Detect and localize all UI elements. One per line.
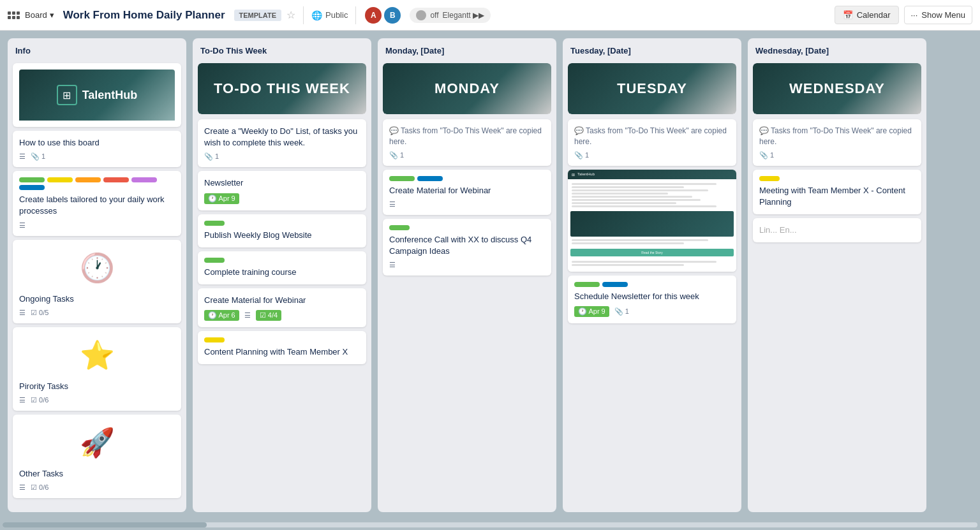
- text-line: [572, 193, 668, 195]
- avatar[interactable]: A: [364, 6, 383, 25]
- show-menu-button[interactable]: ··· Show Menu: [904, 6, 973, 24]
- lines-icon: ☰: [19, 483, 26, 492]
- card-title: Pirority Tasks: [19, 381, 175, 392]
- logo-banner: ⊞ TalentHub: [19, 70, 175, 121]
- card-title: Meeting with Team Member X - Content Pla…: [759, 185, 915, 208]
- card-newsletter[interactable]: Newsletter 🕐 Apr 9: [198, 171, 366, 210]
- card-create-webinar[interactable]: Create Material for Webinar 🕐 Apr 6 ☰ ☑ …: [198, 288, 366, 327]
- chat-icon: 💬: [389, 126, 399, 135]
- card-title: Create Material for Webinar: [389, 185, 545, 196]
- column-header-info: Info: [13, 43, 181, 59]
- label-group: [759, 176, 915, 181]
- card-newsletter-image[interactable]: ⊞ TalentHub Read t: [568, 170, 736, 272]
- lines-icon: ☰: [19, 309, 26, 317]
- talenthub-icon: ⊞: [572, 172, 575, 177]
- label-yellow: [204, 337, 225, 342]
- lines-icon: ☰: [19, 152, 26, 161]
- newsletter-footer-extra: [568, 258, 736, 269]
- card-weekly-list[interactable]: Create a "Weekly to Do" List, of tasks y…: [198, 119, 366, 167]
- star-icon[interactable]: ☆: [286, 9, 295, 21]
- label-group: [19, 177, 175, 190]
- calendar-button[interactable]: 📅 Calendar: [835, 6, 899, 24]
- card-content-planning[interactable]: Content Planning with Team Member X: [198, 331, 366, 364]
- column-header-wednesday: Wednesday, [Date]: [753, 43, 921, 59]
- board-view-icon[interactable]: [8, 11, 20, 19]
- label-green: [204, 258, 225, 263]
- card-tuesday-note[interactable]: 💬 Tasks from "To-Do This Week" are copie…: [568, 119, 736, 166]
- card-title: Content Planning with Team Member X: [204, 346, 360, 358]
- card-title: Create labels tailored to your daily wor…: [19, 194, 175, 217]
- star-icon: ⭐: [80, 339, 115, 372]
- board-label[interactable]: Board ▾: [25, 10, 54, 20]
- card-title: Ongoing Tasks: [19, 293, 175, 305]
- chat-icon: 💬: [759, 126, 769, 135]
- scrollbar-track: [3, 522, 977, 527]
- talenthub-logo: ⊞ TalentHub: [57, 85, 138, 105]
- label-group: [574, 282, 730, 287]
- attachment-icon: 📎 1: [574, 151, 589, 159]
- todo-banner: TO-DO THIS WEEK: [198, 63, 366, 114]
- card-labels[interactable]: Create labels tailored to your daily wor…: [13, 171, 181, 235]
- chevron-down-icon: ▾: [50, 10, 54, 20]
- card-conference-call[interactable]: Conference Call with XX to discuss Q4 Ca…: [383, 219, 551, 276]
- card-meta: 📎 1: [389, 151, 545, 159]
- newsletter-header-text: TalentHub: [577, 172, 595, 176]
- text-line: [572, 261, 716, 263]
- card-title: Create Material for Webinar: [204, 295, 360, 306]
- card-publish-blog[interactable]: Publish Weekly Blog Website: [198, 214, 366, 247]
- newsletter-read-btn: Read the Story: [570, 249, 734, 256]
- label-group: [204, 337, 360, 342]
- card-wednesday-note[interactable]: 💬 Tasks from "To-Do This Week" are copie…: [753, 119, 921, 166]
- label-orange: [75, 177, 101, 182]
- card-title: How to use this board: [19, 137, 175, 149]
- checklist-meta: ☑ 0/6: [31, 396, 48, 404]
- avatar[interactable]: B: [383, 6, 402, 25]
- text-line: [572, 205, 716, 207]
- talenthub-logo-icon: ⊞: [57, 85, 77, 105]
- card-meeting-content-planning[interactable]: Meeting with Team Member X - Content Pla…: [753, 170, 921, 214]
- label-group: [389, 176, 545, 181]
- date-badge: 🕐 Apr 9: [204, 193, 239, 204]
- column-header-todo: To-Do This Week: [198, 43, 366, 59]
- banner-text: MONDAY: [383, 63, 551, 114]
- card-title: Create a "Weekly to Do" List, of tasks y…: [204, 126, 360, 149]
- card-webinar-material[interactable]: Create Material for Webinar ☰: [383, 170, 551, 215]
- card-monday-note[interactable]: 💬 Tasks from "To-Do This Week" are copie…: [383, 119, 551, 166]
- label-yellow: [759, 176, 780, 181]
- label-blue: [602, 282, 628, 287]
- label-blue: [417, 176, 443, 181]
- topbar-right-actions: 📅 Calendar ··· Show Menu: [835, 6, 972, 24]
- lines-icon: ☰: [244, 311, 251, 320]
- card-ongoing-tasks[interactable]: 🕐 Ongoing Tasks ☰ ☑ 0/5: [13, 240, 181, 323]
- newsletter-cta-image: [570, 211, 734, 237]
- checklist-meta: ☑ 0/5: [31, 309, 48, 317]
- card-priority-tasks[interactable]: ⭐ Pirority Tasks ☰ ☑ 0/6: [13, 327, 181, 411]
- label-purple: [131, 177, 157, 182]
- card-title: Other Tasks: [19, 468, 175, 480]
- card-talenthub-logo[interactable]: ⊞ TalentHub: [13, 63, 181, 127]
- newsletter-footer: [568, 237, 736, 247]
- visibility-toggle[interactable]: 🌐 Public: [311, 10, 348, 20]
- text-line: [572, 202, 676, 204]
- page-title: Work From Home Daily Planner: [63, 9, 225, 22]
- card-desc: 💬 Tasks from "To-Do This Week" are copie…: [759, 126, 915, 147]
- label-green: [204, 221, 225, 226]
- divider: [303, 6, 304, 24]
- card-wednesday-extra[interactable]: Lin... En...: [753, 218, 921, 242]
- text-line: [572, 242, 684, 244]
- text-line: [572, 239, 708, 241]
- elegantt-toggle[interactable]: off Elegantt ▶▶: [410, 8, 491, 23]
- attachment-icon: 📎 1: [389, 151, 404, 159]
- card-schedule-newsletter[interactable]: Schedule Newsletter for this week 🕐 Apr …: [568, 276, 736, 323]
- attachment-icon: 📎 1: [759, 151, 774, 159]
- card-desc: 💬 Tasks from "To-Do This Week" are copie…: [574, 126, 730, 147]
- horizontal-scrollbar[interactable]: [0, 520, 980, 530]
- text-line: [572, 186, 684, 188]
- card-desc: 💬 Tasks from "To-Do This Week" are copie…: [389, 126, 545, 147]
- card-how-to[interactable]: How to use this board ☰ 📎 1: [13, 131, 181, 167]
- toggle-dot: [416, 10, 426, 20]
- label-group: [204, 221, 360, 226]
- card-meta: 🕐 Apr 6 ☰ ☑ 4/4: [204, 310, 360, 321]
- card-other-tasks[interactable]: 🚀 Other Tasks ☰ ☑ 0/6: [13, 415, 181, 498]
- card-complete-training[interactable]: Complete training course: [198, 251, 366, 284]
